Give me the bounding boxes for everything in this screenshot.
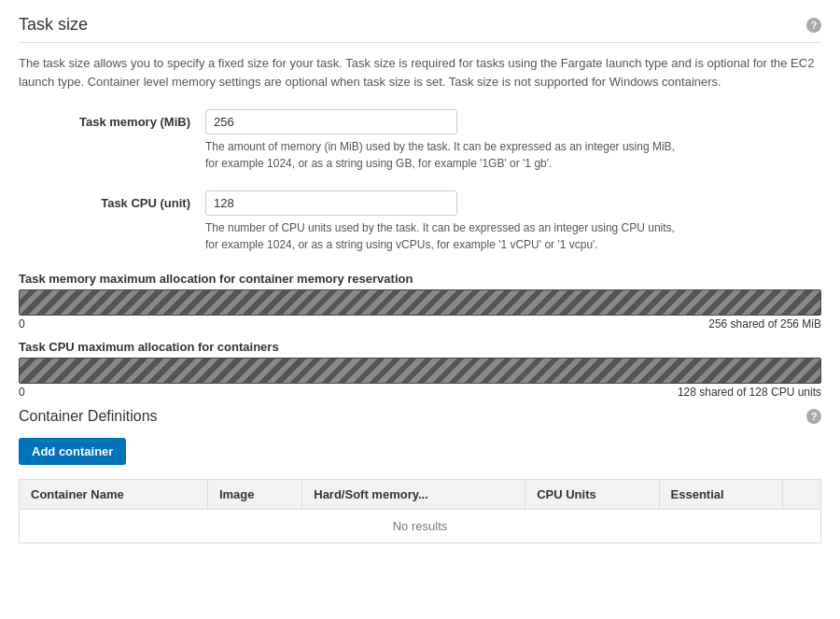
col-image: Image (207, 480, 301, 510)
cpu-allocation-values: 0 128 shared of 128 CPU units (19, 386, 821, 399)
cpu-allocation-section: Task CPU maximum allocation for containe… (19, 340, 821, 399)
memory-allocation-min: 0 (19, 317, 25, 331)
no-results-cell: No results (20, 510, 821, 543)
container-definitions-help-icon[interactable]: ? (806, 409, 821, 424)
task-size-description: The task size allows you to specify a fi… (19, 54, 821, 91)
task-size-title: Task size (19, 15, 88, 35)
add-container-button[interactable]: Add container (19, 438, 126, 465)
cpu-allocation-min: 0 (19, 386, 25, 399)
no-results-row: No results (20, 510, 821, 543)
task-memory-hint: The amount of memory (in MiB) used by th… (205, 138, 691, 172)
task-size-header: Task size ? (19, 15, 821, 43)
col-actions (783, 480, 821, 510)
container-definitions-title: Container Definitions (19, 408, 158, 425)
table-header: Container Name Image Hard/Soft memory...… (20, 480, 821, 510)
container-definitions-header: Container Definitions ? (19, 408, 821, 425)
col-memory: Hard/Soft memory... (302, 480, 525, 510)
task-cpu-field-col: The number of CPU units used by the task… (205, 190, 821, 253)
memory-allocation-label: Task memory maximum allocation for conta… (19, 272, 821, 286)
col-container-name: Container Name (20, 480, 208, 510)
cpu-allocation-label: Task CPU maximum allocation for containe… (19, 340, 821, 354)
container-definitions-section: Container Definitions ? Add container Co… (19, 408, 821, 543)
task-cpu-input[interactable] (205, 190, 457, 216)
memory-allocation-max: 256 shared of 256 MiB (708, 317, 821, 331)
page-container: Task size ? The task size allows you to … (0, 0, 840, 558)
task-cpu-hint: The number of CPU units used by the task… (205, 219, 691, 253)
task-cpu-label: Task CPU (unit) (19, 190, 205, 210)
memory-allocation-section: Task memory maximum allocation for conta… (19, 272, 821, 331)
task-memory-row: Task memory (MiB) The amount of memory (… (19, 109, 821, 172)
container-definitions-table: Container Name Image Hard/Soft memory...… (19, 479, 821, 543)
task-memory-input[interactable] (205, 109, 457, 134)
col-essential: Essential (659, 480, 783, 510)
table-body: No results (20, 510, 821, 543)
task-memory-field-col: The amount of memory (in MiB) used by th… (205, 109, 821, 172)
memory-allocation-values: 0 256 shared of 256 MiB (19, 317, 821, 331)
col-cpu-units: CPU Units (525, 480, 659, 510)
task-memory-label: Task memory (MiB) (19, 109, 205, 129)
table-header-row: Container Name Image Hard/Soft memory...… (20, 480, 821, 510)
cpu-allocation-max: 128 shared of 128 CPU units (678, 386, 821, 399)
task-size-help-icon[interactable]: ? (806, 18, 821, 33)
memory-allocation-bar (19, 289, 821, 316)
cpu-allocation-bar (19, 358, 821, 384)
task-cpu-row: Task CPU (unit) The number of CPU units … (19, 190, 821, 253)
